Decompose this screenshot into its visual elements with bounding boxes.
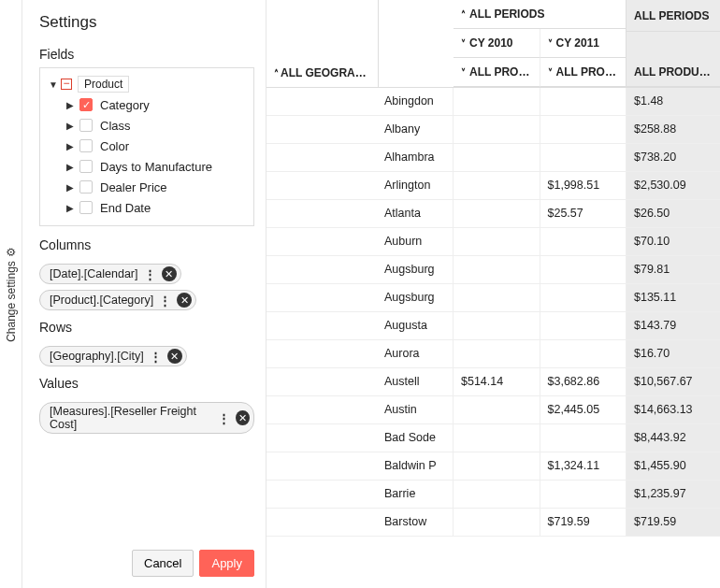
cancel-button[interactable]: Cancel <box>132 550 194 577</box>
row-label[interactable]: Albany <box>379 116 454 143</box>
settings-title: Settings <box>39 13 254 32</box>
gear-icon: ⚙ <box>5 247 18 257</box>
cell-total: $26.50 <box>626 200 720 227</box>
row-label[interactable]: Augsburg <box>379 284 454 311</box>
row-label[interactable]: Alhambra <box>379 144 454 171</box>
caret-right-icon[interactable]: ▶ <box>65 141 76 151</box>
tree-node[interactable]: ▶Color <box>48 136 246 156</box>
caret-right-icon[interactable]: ▶ <box>65 203 76 213</box>
cell-total: $258.88 <box>626 116 720 143</box>
table-row: Bad Sode$8,443.92 <box>266 424 720 452</box>
row-label[interactable]: Austell <box>379 368 454 395</box>
checkbox[interactable] <box>79 201 93 214</box>
tree-node[interactable]: ▶Dealer Price <box>48 177 246 197</box>
settings-tab[interactable]: Change settings ⚙ <box>0 0 22 588</box>
total-header-top: ALL PERIODS <box>626 0 720 32</box>
cell-cy2011 <box>540 256 627 283</box>
row-label[interactable]: Barrie <box>379 480 454 508</box>
column-chip[interactable]: [Date].[Calendar]⋮✕ <box>39 264 181 284</box>
cell-cy2010 <box>454 256 540 283</box>
rows-label: Rows <box>39 320 254 335</box>
checkbox[interactable] <box>79 139 93 152</box>
checkbox[interactable] <box>79 180 93 194</box>
cell-cy2011 <box>540 88 627 115</box>
row-chip[interactable]: [Geography].[City]⋮✕ <box>39 346 187 366</box>
column-chip[interactable]: [Product].[Category]⋮✕ <box>39 290 196 310</box>
fields-tree: ▼ − Product ▶Category▶Class▶Color▶Days t… <box>39 67 254 226</box>
checkbox[interactable] <box>79 119 93 132</box>
cell-total: $1,455.90 <box>626 452 720 480</box>
apply-button[interactable]: Apply <box>199 550 254 577</box>
minus-icon[interactable]: − <box>61 79 72 90</box>
kebab-icon[interactable]: ⋮ <box>140 267 160 281</box>
tree-node-label: Color <box>100 139 129 153</box>
row-label[interactable]: Augsburg <box>379 256 454 283</box>
table-row: Auburn$70.10 <box>266 228 720 256</box>
cell-cy2010 <box>454 509 540 536</box>
cell-total: $8,443.92 <box>626 424 720 452</box>
chip-label: [Product].[Category] <box>50 294 153 307</box>
close-icon[interactable]: ✕ <box>236 410 250 425</box>
pivot-grid: ˄ ALL GEOGRA… ˄ ALL PERIODS ˅ CY 2010 <box>266 0 720 588</box>
caret-down-icon[interactable]: ▼ <box>48 79 59 90</box>
cell-cy2010 <box>454 88 540 115</box>
settings-tab-label: Change settings <box>5 261 18 342</box>
row-label[interactable]: Barstow <box>379 509 454 536</box>
cell-cy2011 <box>540 312 627 339</box>
tree-node[interactable]: ▶Class <box>48 115 246 136</box>
table-row: Barrie$1,235.97 <box>266 480 720 509</box>
cell-cy2010: $514.14 <box>454 368 540 395</box>
table-row: Barstow$719.59$719.59 <box>266 509 720 537</box>
cell-total: $135.11 <box>626 284 720 311</box>
col-header-all-periods[interactable]: ˄ ALL PERIODS <box>454 0 626 29</box>
caret-right-icon[interactable]: ▶ <box>65 121 76 131</box>
kebab-icon[interactable]: ⋮ <box>214 411 234 425</box>
col-subheader-cy2010[interactable]: ˅ ALL PRO… <box>454 58 540 87</box>
cell-cy2011 <box>540 144 627 171</box>
col-header-cy2011[interactable]: ˅ CY 2011 <box>540 29 626 58</box>
caret-right-icon[interactable]: ▶ <box>65 100 76 110</box>
chevron-up-icon: ˄ <box>461 9 466 20</box>
close-icon[interactable]: ✕ <box>167 349 182 364</box>
caret-right-icon[interactable]: ▶ <box>65 182 76 193</box>
row-label[interactable]: Auburn <box>379 228 454 255</box>
table-row: Alhambra$738.20 <box>266 144 720 172</box>
row-axis-header[interactable]: ˄ ALL GEOGRA… <box>266 59 374 87</box>
row-label[interactable]: Arlington <box>379 172 454 199</box>
row-label[interactable]: Austin <box>379 396 454 423</box>
cell-cy2011: $3,682.86 <box>540 368 627 395</box>
checkbox[interactable] <box>79 160 93 173</box>
table-row: Albany$258.88 <box>266 116 720 144</box>
chip-label: [Measures].[Reseller Freight Cost] <box>50 405 212 431</box>
kebab-icon[interactable]: ⋮ <box>155 294 175 308</box>
table-row: Austell$514.14$3,682.86$10,567.67 <box>266 368 720 396</box>
col-header-cy2010[interactable]: ˅ CY 2010 <box>454 29 540 58</box>
chevron-down-icon: ˅ <box>548 67 553 78</box>
cell-cy2010 <box>454 312 540 339</box>
row-label[interactable]: Atlanta <box>379 200 454 227</box>
cell-cy2010 <box>454 228 540 255</box>
caret-right-icon[interactable]: ▶ <box>65 162 76 172</box>
value-chip[interactable]: [Measures].[Reseller Freight Cost]⋮✕ <box>39 402 254 434</box>
row-label[interactable]: Augusta <box>379 312 454 339</box>
tree-node[interactable]: ▶Category <box>48 94 246 115</box>
cell-cy2011 <box>540 284 627 311</box>
tree-node-label: Class <box>100 119 131 133</box>
close-icon[interactable]: ✕ <box>177 293 192 308</box>
chip-label: [Date].[Calendar] <box>50 267 138 280</box>
table-row: Baldwin P$1,324.11$1,455.90 <box>266 452 720 480</box>
row-label[interactable]: Abingdon <box>379 88 454 115</box>
tree-node[interactable]: ▶Days to Manufacture <box>48 156 246 177</box>
total-header-mid <box>626 32 720 58</box>
tree-root[interactable]: ▼ − Product <box>48 74 246 94</box>
checkbox[interactable] <box>79 98 93 111</box>
close-icon[interactable]: ✕ <box>162 266 177 281</box>
cell-cy2011: $1,324.11 <box>540 452 627 480</box>
cell-cy2011 <box>540 116 627 143</box>
tree-node[interactable]: ▶End Date <box>48 197 246 218</box>
row-label[interactable]: Aurora <box>379 340 454 367</box>
col-subheader-cy2011[interactable]: ˅ ALL PRO… <box>540 58 626 87</box>
row-label[interactable]: Bad Sode <box>379 424 454 452</box>
row-label[interactable]: Baldwin P <box>379 452 454 480</box>
kebab-icon[interactable]: ⋮ <box>146 350 166 364</box>
